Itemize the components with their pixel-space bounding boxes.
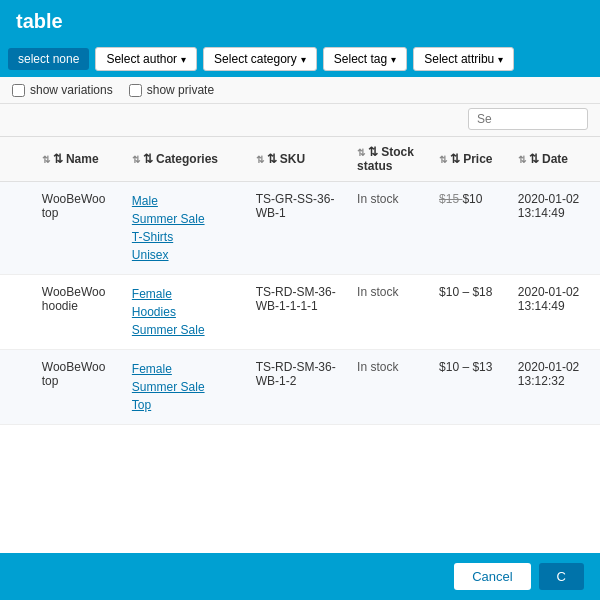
cell-stock-status: In stock: [349, 182, 431, 275]
table-row: WooBeWoo topFemaleSummer SaleTopTS-RD-SM…: [0, 350, 600, 425]
show-variations-label: show variations: [30, 83, 113, 97]
show-variations-checkbox-label[interactable]: show variations: [12, 83, 113, 97]
col-header-name[interactable]: ⇅ Name: [34, 137, 124, 182]
cell-name: WooBeWoo top: [34, 182, 124, 275]
page-title: table: [16, 10, 63, 32]
table-row: WooBeWoo topMaleSummer SaleT-ShirtsUnise…: [0, 182, 600, 275]
category-link[interactable]: Summer Sale: [132, 321, 240, 339]
cell-price: $15 $10: [431, 182, 510, 275]
cell-name: WooBeWoo hoodie: [34, 275, 124, 350]
cell-name: WooBeWoo top: [34, 350, 124, 425]
cell-categories: MaleSummer SaleT-ShirtsUnisex: [124, 182, 248, 275]
cell-sku: TS-RD-SM-36-WB-1-1-1-1: [248, 275, 349, 350]
select-tag-dropdown[interactable]: Select tag: [323, 47, 407, 71]
search-row: [0, 104, 600, 137]
category-link[interactable]: Female: [132, 360, 240, 378]
category-link[interactable]: T-Shirts: [132, 228, 240, 246]
select-author-dropdown[interactable]: Select author: [95, 47, 197, 71]
category-link[interactable]: Male: [132, 192, 240, 210]
show-variations-checkbox[interactable]: [12, 84, 25, 97]
footer-bar: Cancel C: [0, 553, 600, 600]
col-header-categories[interactable]: ⇅ Categories: [124, 137, 248, 182]
filters-row: show variations show private: [0, 77, 600, 104]
cell-sku: TS-RD-SM-36-WB-1-2: [248, 350, 349, 425]
category-link[interactable]: Summer Sale: [132, 210, 240, 228]
table-body: WooBeWoo topMaleSummer SaleT-ShirtsUnise…: [0, 182, 600, 425]
cell-date: 2020-01-02 13:14:49: [510, 275, 600, 350]
toolbar: select none Select author Select categor…: [0, 41, 600, 77]
cell-categories: FemaleHoodiesSummer Sale: [124, 275, 248, 350]
select-none-button[interactable]: select none: [8, 48, 89, 70]
cell-email: [0, 275, 34, 350]
cell-stock-status: In stock: [349, 275, 431, 350]
search-input[interactable]: [468, 108, 588, 130]
cell-categories: FemaleSummer SaleTop: [124, 350, 248, 425]
products-table: ⇅ Name ⇅ Categories ⇅ SKU ⇅ Stockstatus …: [0, 137, 600, 425]
select-attribute-dropdown[interactable]: Select attribu: [413, 47, 514, 71]
show-private-label: show private: [147, 83, 214, 97]
category-link[interactable]: Top: [132, 396, 240, 414]
cell-email: [0, 182, 34, 275]
cell-price: $10 – $18: [431, 275, 510, 350]
col-header-email: [0, 137, 34, 182]
show-private-checkbox[interactable]: [129, 84, 142, 97]
col-header-sku[interactable]: ⇅ SKU: [248, 137, 349, 182]
col-header-stock-status[interactable]: ⇅ Stockstatus: [349, 137, 431, 182]
page-wrapper: table select none Select author Select c…: [0, 0, 600, 600]
header: table: [0, 0, 600, 41]
cancel-button[interactable]: Cancel: [454, 563, 530, 590]
table-row: WooBeWoo hoodieFemaleHoodiesSummer SaleT…: [0, 275, 600, 350]
cell-stock-status: In stock: [349, 350, 431, 425]
col-header-price[interactable]: ⇅ Price: [431, 137, 510, 182]
confirm-button[interactable]: C: [539, 563, 584, 590]
table-header: ⇅ Name ⇅ Categories ⇅ SKU ⇅ Stockstatus …: [0, 137, 600, 182]
category-link[interactable]: Female: [132, 285, 240, 303]
cell-email: [0, 350, 34, 425]
cell-date: 2020-01-02 13:14:49: [510, 182, 600, 275]
cell-date: 2020-01-02 13:12:32: [510, 350, 600, 425]
col-header-date[interactable]: ⇅ Date: [510, 137, 600, 182]
category-link[interactable]: Unisex: [132, 246, 240, 264]
show-private-checkbox-label[interactable]: show private: [129, 83, 214, 97]
select-category-dropdown[interactable]: Select category: [203, 47, 317, 71]
category-link[interactable]: Summer Sale: [132, 378, 240, 396]
cell-sku: TS-GR-SS-36-WB-1: [248, 182, 349, 275]
cell-price: $10 – $13: [431, 350, 510, 425]
products-table-container: ⇅ Name ⇅ Categories ⇅ SKU ⇅ Stockstatus …: [0, 137, 600, 600]
category-link[interactable]: Hoodies: [132, 303, 240, 321]
